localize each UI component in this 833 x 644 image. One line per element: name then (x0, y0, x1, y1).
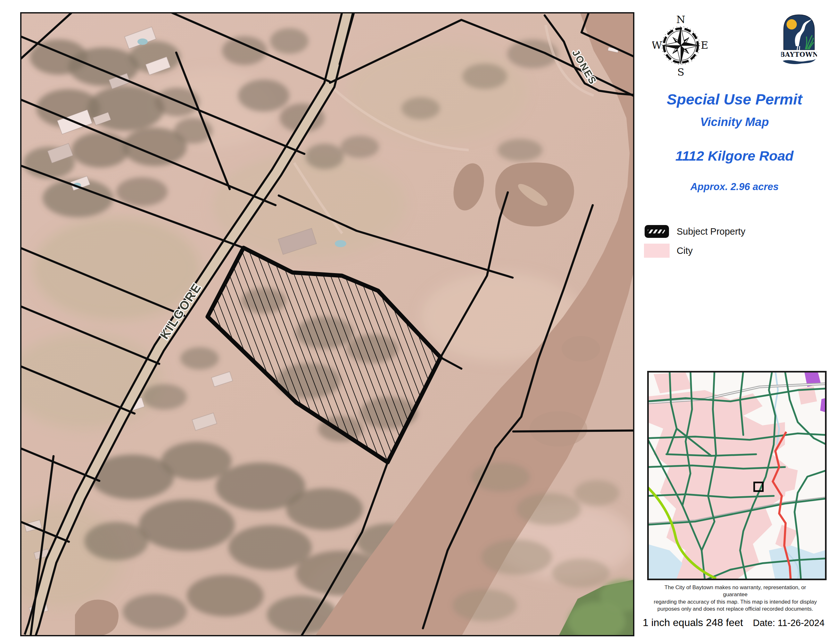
compass-n-label: N (676, 15, 685, 26)
baytown-logo-text: BAYTOWN (781, 51, 817, 58)
disclaimer-line1: The City of Baytown makes no warranty, r… (654, 584, 817, 599)
disclaimer-line3: purposes only and does not replace offic… (654, 605, 817, 613)
property-acreage: Approx. 2.96 acres (641, 181, 828, 193)
scale-text: 1 inch equals 248 feet (643, 617, 743, 629)
compass-s-label: S (677, 66, 684, 77)
map-title: Special Use Permit (641, 90, 828, 108)
disclaimer: The City of Baytown makes no warranty, r… (654, 584, 817, 613)
special-use-permit-map-page: KILGORE JONES (0, 0, 833, 644)
compass-rose-icon: N E S W (652, 15, 709, 77)
subject-property-swatch (644, 224, 670, 238)
baytown-logo: BAYTOWN (781, 12, 817, 67)
compass-w-label: W (652, 39, 662, 51)
legend-label-subject-property: Subject Property (677, 226, 745, 237)
legend-item-subject-property: Subject Property (644, 224, 745, 238)
aerial-imagery: KILGORE JONES (20, 12, 634, 636)
main-map: KILGORE JONES (20, 12, 634, 636)
disclaimer-line2: regarding the accuracy of this map. This… (654, 599, 817, 605)
city-swatch (644, 244, 670, 258)
legend-item-city: City (644, 244, 745, 258)
map-subtitle: Vicinity Map (641, 115, 828, 129)
date-text: Date: 11-26-2024 (753, 618, 825, 628)
legend: Subject Property City (644, 224, 745, 263)
inset-overview-map (647, 371, 827, 580)
legend-label-city: City (677, 246, 693, 256)
property-address: 1112 Kilgore Road (641, 148, 828, 164)
compass-e-label: E (701, 39, 708, 51)
